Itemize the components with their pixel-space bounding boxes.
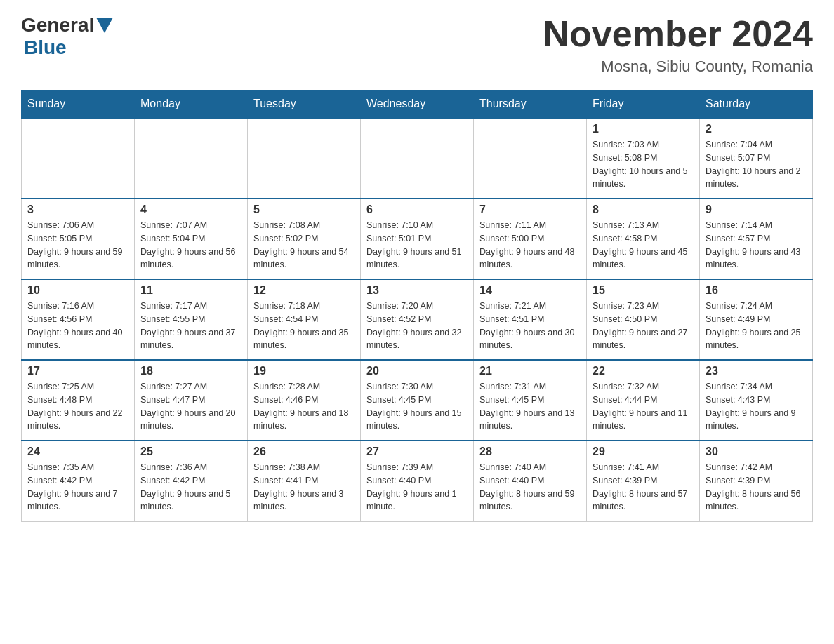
day-number: 20 — [366, 365, 468, 377]
month-title: November 2024 — [543, 14, 813, 54]
weekday-header-thursday: Thursday — [474, 90, 587, 119]
calendar-cell: 25Sunrise: 7:36 AMSunset: 4:42 PMDayligh… — [135, 441, 248, 521]
day-info: Sunrise: 7:20 AMSunset: 4:52 PMDaylight:… — [366, 300, 468, 352]
day-number: 11 — [140, 284, 241, 297]
day-info: Sunrise: 7:31 AMSunset: 4:45 PMDaylight:… — [479, 380, 581, 433]
day-info: Sunrise: 7:23 AMSunset: 4:50 PMDaylight:… — [593, 300, 694, 352]
day-info: Sunrise: 7:11 AMSunset: 5:00 PMDaylight:… — [479, 219, 581, 271]
weekday-header-saturday: Saturday — [700, 90, 813, 119]
day-number: 10 — [27, 284, 128, 297]
day-number: 5 — [253, 203, 355, 216]
calendar-cell: 23Sunrise: 7:34 AMSunset: 4:43 PMDayligh… — [700, 360, 813, 441]
day-number: 22 — [593, 365, 694, 377]
day-number: 1 — [593, 123, 694, 135]
day-info: Sunrise: 7:17 AMSunset: 4:55 PMDaylight:… — [140, 300, 241, 352]
day-number: 3 — [27, 203, 128, 216]
calendar-cell: 13Sunrise: 7:20 AMSunset: 4:52 PMDayligh… — [361, 279, 474, 360]
day-info: Sunrise: 7:10 AMSunset: 5:01 PMDaylight:… — [366, 219, 468, 271]
week-row-3: 10Sunrise: 7:16 AMSunset: 4:56 PMDayligh… — [22, 279, 813, 360]
day-info: Sunrise: 7:27 AMSunset: 4:47 PMDaylight:… — [140, 380, 241, 433]
calendar-cell: 6Sunrise: 7:10 AMSunset: 5:01 PMDaylight… — [361, 199, 474, 279]
header: General Blue November 2024 Mosna, Sibiu … — [21, 14, 813, 76]
calendar-cell: 11Sunrise: 7:17 AMSunset: 4:55 PMDayligh… — [135, 279, 248, 360]
week-row-2: 3Sunrise: 7:06 AMSunset: 5:05 PMDaylight… — [22, 199, 813, 279]
location-title: Mosna, Sibiu County, Romania — [543, 58, 813, 76]
day-number: 21 — [479, 365, 581, 377]
calendar-cell: 26Sunrise: 7:38 AMSunset: 4:41 PMDayligh… — [248, 441, 361, 521]
calendar-cell: 7Sunrise: 7:11 AMSunset: 5:00 PMDaylight… — [474, 199, 587, 279]
logo-triangle-icon — [96, 18, 113, 33]
day-info: Sunrise: 7:30 AMSunset: 4:45 PMDaylight:… — [366, 380, 468, 433]
week-row-4: 17Sunrise: 7:25 AMSunset: 4:48 PMDayligh… — [22, 360, 813, 441]
day-number: 2 — [706, 123, 807, 135]
day-info: Sunrise: 7:04 AMSunset: 5:07 PMDaylight:… — [706, 138, 807, 191]
calendar-cell: 8Sunrise: 7:13 AMSunset: 4:58 PMDaylight… — [587, 199, 700, 279]
calendar-cell: 9Sunrise: 7:14 AMSunset: 4:57 PMDaylight… — [700, 199, 813, 279]
day-info: Sunrise: 7:25 AMSunset: 4:48 PMDaylight:… — [27, 380, 128, 433]
day-number: 25 — [140, 445, 241, 458]
logo: General Blue — [21, 14, 115, 59]
weekday-header-sunday: Sunday — [22, 90, 135, 119]
calendar-table: SundayMondayTuesdayWednesdayThursdayFrid… — [21, 90, 813, 522]
day-info: Sunrise: 7:16 AMSunset: 4:56 PMDaylight:… — [27, 300, 128, 352]
day-info: Sunrise: 7:42 AMSunset: 4:39 PMDaylight:… — [706, 461, 807, 514]
weekday-header-wednesday: Wednesday — [361, 90, 474, 119]
calendar-cell: 29Sunrise: 7:41 AMSunset: 4:39 PMDayligh… — [587, 441, 700, 521]
day-number: 19 — [253, 365, 355, 377]
calendar-cell: 3Sunrise: 7:06 AMSunset: 5:05 PMDaylight… — [22, 199, 135, 279]
day-number: 13 — [366, 284, 468, 297]
calendar-cell: 28Sunrise: 7:40 AMSunset: 4:40 PMDayligh… — [474, 441, 587, 521]
day-info: Sunrise: 7:24 AMSunset: 4:49 PMDaylight:… — [706, 300, 807, 352]
calendar-cell — [361, 118, 474, 199]
calendar-cell: 5Sunrise: 7:08 AMSunset: 5:02 PMDaylight… — [248, 199, 361, 279]
day-number: 17 — [27, 365, 128, 377]
calendar-cell: 4Sunrise: 7:07 AMSunset: 5:04 PMDaylight… — [135, 199, 248, 279]
calendar-cell: 21Sunrise: 7:31 AMSunset: 4:45 PMDayligh… — [474, 360, 587, 441]
day-number: 24 — [27, 445, 128, 458]
day-number: 12 — [253, 284, 355, 297]
calendar-cell — [248, 118, 361, 199]
day-number: 8 — [593, 203, 694, 216]
day-info: Sunrise: 7:39 AMSunset: 4:40 PMDaylight:… — [366, 461, 468, 514]
calendar-cell: 24Sunrise: 7:35 AMSunset: 4:42 PMDayligh… — [22, 441, 135, 521]
day-number: 16 — [706, 284, 807, 297]
day-number: 9 — [706, 203, 807, 216]
day-number: 14 — [479, 284, 581, 297]
weekday-header-tuesday: Tuesday — [248, 90, 361, 119]
week-row-1: 1Sunrise: 7:03 AMSunset: 5:08 PMDaylight… — [22, 118, 813, 199]
day-number: 7 — [479, 203, 581, 216]
day-info: Sunrise: 7:28 AMSunset: 4:46 PMDaylight:… — [253, 380, 355, 433]
calendar-cell — [474, 118, 587, 199]
weekday-header-friday: Friday — [587, 90, 700, 119]
week-row-5: 24Sunrise: 7:35 AMSunset: 4:42 PMDayligh… — [22, 441, 813, 521]
calendar-cell: 2Sunrise: 7:04 AMSunset: 5:07 PMDaylight… — [700, 118, 813, 199]
day-info: Sunrise: 7:32 AMSunset: 4:44 PMDaylight:… — [593, 380, 694, 433]
day-number: 4 — [140, 203, 241, 216]
day-info: Sunrise: 7:34 AMSunset: 4:43 PMDaylight:… — [706, 380, 807, 433]
calendar-cell — [135, 118, 248, 199]
day-info: Sunrise: 7:18 AMSunset: 4:54 PMDaylight:… — [253, 300, 355, 352]
calendar-cell: 10Sunrise: 7:16 AMSunset: 4:56 PMDayligh… — [22, 279, 135, 360]
calendar-cell: 30Sunrise: 7:42 AMSunset: 4:39 PMDayligh… — [700, 441, 813, 521]
day-info: Sunrise: 7:41 AMSunset: 4:39 PMDaylight:… — [593, 461, 694, 514]
day-info: Sunrise: 7:08 AMSunset: 5:02 PMDaylight:… — [253, 219, 355, 271]
title-area: November 2024 Mosna, Sibiu County, Roman… — [543, 14, 813, 76]
calendar-cell: 1Sunrise: 7:03 AMSunset: 5:08 PMDaylight… — [587, 118, 700, 199]
calendar-cell: 14Sunrise: 7:21 AMSunset: 4:51 PMDayligh… — [474, 279, 587, 360]
day-info: Sunrise: 7:35 AMSunset: 4:42 PMDaylight:… — [27, 461, 128, 514]
calendar-cell: 22Sunrise: 7:32 AMSunset: 4:44 PMDayligh… — [587, 360, 700, 441]
day-info: Sunrise: 7:13 AMSunset: 4:58 PMDaylight:… — [593, 219, 694, 271]
day-info: Sunrise: 7:14 AMSunset: 4:57 PMDaylight:… — [706, 219, 807, 271]
day-number: 27 — [366, 445, 468, 458]
day-info: Sunrise: 7:06 AMSunset: 5:05 PMDaylight:… — [27, 219, 128, 271]
day-number: 26 — [253, 445, 355, 458]
day-number: 15 — [593, 284, 694, 297]
day-number: 18 — [140, 365, 241, 377]
day-number: 29 — [593, 445, 694, 458]
calendar-cell: 12Sunrise: 7:18 AMSunset: 4:54 PMDayligh… — [248, 279, 361, 360]
day-info: Sunrise: 7:07 AMSunset: 5:04 PMDaylight:… — [140, 219, 241, 271]
day-number: 23 — [706, 365, 807, 377]
logo-blue-text: Blue — [24, 36, 67, 58]
calendar-cell: 27Sunrise: 7:39 AMSunset: 4:40 PMDayligh… — [361, 441, 474, 521]
weekday-header-monday: Monday — [135, 90, 248, 119]
